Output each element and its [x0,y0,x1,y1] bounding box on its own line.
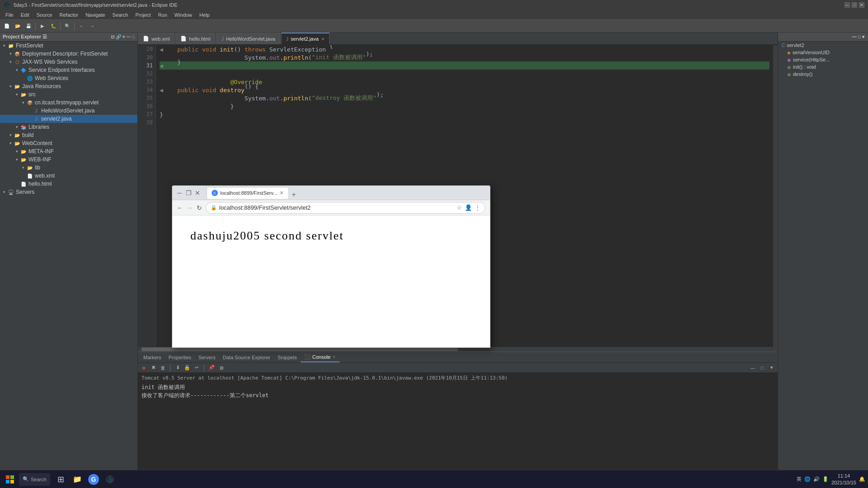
taskbar-search-box[interactable]: 🔍 Search [19,473,50,486]
taskbar-eclipse[interactable]: 🌑 [103,472,117,487]
taskbar-start-button[interactable] [3,472,17,487]
tree-item-webxml[interactable]: 📄 web.xml [0,172,137,180]
tree-toggle: ▾ [7,84,14,89]
menu-navigate[interactable]: Navigate [82,11,108,19]
outline-item-destroy[interactable]: ◉ destroy() [778,70,868,78]
browser-profile-btn[interactable]: 👤 [465,204,472,211]
tree-item-metainf[interactable]: ▾ 📂 META-INF [0,147,137,155]
menu-search[interactable]: Search [109,11,132,19]
console-clear-btn[interactable]: 🗑 [159,364,167,372]
taskbar-browser[interactable]: G [86,472,101,487]
minimize-button[interactable]: ─ [844,2,850,8]
tree-item-src[interactable]: ▾ 📂 src [0,90,137,99]
tree-item-java-resources[interactable]: ▾ 📂 Java Resources [0,82,137,90]
taskbar-notification[interactable]: 🔔 [859,476,865,482]
tree-item-hellohtml[interactable]: 📄 hello.html [0,180,137,188]
browser-star-btn[interactable]: ☆ [457,204,462,211]
outline-max[interactable]: □ [858,34,861,39]
outline-menu[interactable]: ▾ [862,34,864,39]
browser-menu-btn[interactable]: ⋮ [475,204,481,211]
tree-item-servers[interactable]: ▾ 🖥️ Servers [0,188,137,196]
tree-item-webcontent[interactable]: ▾ 📂 WebContent [0,139,137,147]
menu-source[interactable]: Source [33,11,56,19]
sidebar-min-icon[interactable]: — [126,34,131,39]
toolbar-open[interactable]: 📂 [13,21,23,31]
browser-active-tab[interactable]: C localhost:8899/FirstServ... ✕ [207,187,289,199]
menu-project[interactable]: Project [132,11,154,19]
browser-tab-close[interactable]: ✕ [279,190,284,196]
toolbar-back[interactable]: ← [76,21,86,31]
sidebar-menu-icon[interactable]: ▾ [123,34,125,39]
tab-helloword[interactable]: J HelloWordServlet.java [216,33,280,44]
tab-servlet2-close[interactable]: ✕ [321,37,325,42]
line-num-36: 36 [138,102,156,110]
taskbar-file-explorer[interactable]: 📁 [70,472,85,487]
tree-item-webservices[interactable]: 🌐 Web Services [0,74,137,82]
bottom-tab-properties[interactable]: Properties [165,352,195,362]
console-min[interactable]: — [749,364,757,372]
console-max[interactable]: □ [758,364,766,372]
bottom-tab-markers[interactable]: Markers [140,352,165,362]
bottom-tab-datasource[interactable]: Data Source Explorer [219,352,274,362]
tree-item-libraries[interactable]: ▾ 📚 Libraries [0,123,137,131]
console-stop-btn[interactable]: ■ [140,364,148,372]
browser-forward-btn[interactable]: → [187,204,193,211]
tree-item-servlet2[interactable]: J servlet2.java [0,115,137,123]
outline-item-init[interactable]: ◉ init() : void [778,63,868,70]
menu-run[interactable]: Run [155,11,171,19]
tree-item-jaxws[interactable]: ▾ ⬡ JAX-WS Web Services [0,58,137,66]
menu-file[interactable]: File [2,11,17,19]
tab-servlet2[interactable]: J servlet2.java ✕ [281,33,330,44]
outline-item-service[interactable]: ◉ service(HttpSe... [778,56,868,63]
browser-restore-btn[interactable]: ❐ [185,189,192,197]
browser-back-btn[interactable]: ← [177,204,183,211]
tree-item-package[interactable]: ▾ 📦 cn.itcast.firstmyapp.servlet [0,99,137,107]
console-remove-btn[interactable]: ✖ [149,364,157,372]
browser-new-tab-btn[interactable]: + [289,191,298,199]
menu-help[interactable]: Help [196,11,213,19]
toolbar-search[interactable]: 🔍 [62,21,72,31]
browser-refresh-btn[interactable]: ↻ [197,204,202,211]
browser-close-btn[interactable]: ✕ [194,189,201,197]
tree-item-helloword[interactable]: J HelloWordServlet.java [0,107,137,115]
sidebar-max-icon[interactable]: □ [132,34,135,39]
outline-hide[interactable]: — [852,34,857,39]
toolbar-save[interactable]: 💾 [24,21,33,31]
menu-refactor[interactable]: Refactor [56,11,82,19]
console-scroll-end[interactable]: ⬇ [174,364,182,372]
bottom-tab-snippets[interactable]: Snippets [274,352,301,362]
tree-item-lib[interactable]: ▾ 📂 lib [0,164,137,172]
tab-hellohtml[interactable]: 📄 hello.html [175,33,215,44]
console-open-console[interactable]: 🖥 [217,364,225,372]
toolbar-new[interactable]: 📄 [2,21,12,31]
tree-item-webinf[interactable]: ▾ 📂 WEB-INF [0,155,137,164]
editor-scrollbar[interactable] [773,45,778,347]
bottom-tab-servers[interactable]: Servers [195,352,219,362]
browser-url-box[interactable]: 🔒 localhost:8899/FirstServlet/servlet2 ☆… [206,202,486,214]
outline-item-servlet2[interactable]: C servlet2 [778,42,868,49]
close-button[interactable]: ✕ [859,2,864,8]
toolbar-run[interactable]: ▶ [38,21,47,31]
console-scroll-lock[interactable]: 🔒 [183,364,191,372]
sidebar-link-icon[interactable]: 🔗 [116,34,121,39]
toolbar-forward[interactable]: → [87,21,97,31]
bottom-tab-console-close[interactable]: ✕ [332,355,336,359]
sidebar-collapse-icon[interactable]: ⊟ [111,34,114,39]
tree-item-build[interactable]: ▾ 📂 build [0,131,137,139]
console-view-menu[interactable]: ▾ [768,364,776,372]
outline-item-serial[interactable]: ◆ serialVersionUID [778,49,868,56]
browser-window-controls: ─ ❐ ✕ [176,189,201,197]
taskbar-task-view[interactable]: ⊞ [54,472,68,487]
tree-item-endpoints[interactable]: ▾ 🔷 Service Endpoint Interfaces [0,66,137,74]
menu-edit[interactable]: Edit [17,11,33,19]
menu-window[interactable]: Window [171,11,196,19]
maximize-button[interactable]: □ [852,2,857,8]
tab-webxml[interactable]: 📄 web.xml [138,33,175,44]
bottom-tab-console[interactable]: ⬛ Console ✕ [301,352,340,362]
browser-minimize-btn[interactable]: ─ [176,189,183,197]
console-word-wrap[interactable]: ↵ [193,364,201,372]
toolbar-debug[interactable]: 🐛 [48,21,58,31]
tree-item-deployment[interactable]: ▾ 📦 Deployment Descriptor: FirstServlet [0,50,137,58]
console-pin[interactable]: 📌 [208,364,216,372]
tree-item-firstservlet[interactable]: ▾ 📁 FirstServlet [0,42,137,50]
